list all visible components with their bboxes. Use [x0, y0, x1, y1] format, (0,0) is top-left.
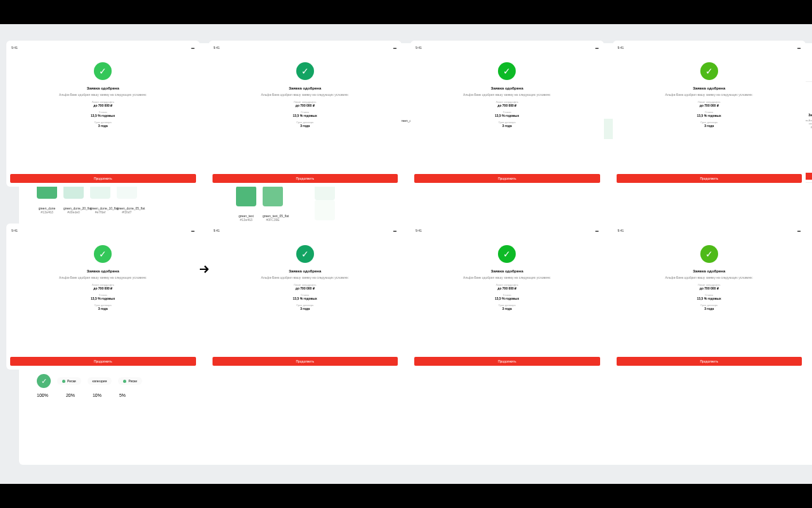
signal-icon: ▬	[192, 229, 195, 232]
continue-button[interactable]: Продолжить	[414, 174, 600, 183]
phone-mockup: 9:41▬ ✓ Заявка одобрена Альфа-Банк одобр…	[209, 41, 402, 187]
check-circle-icon: ✓	[498, 245, 516, 263]
continue-button[interactable]: Продолжить	[617, 357, 802, 366]
check-circle-icon: ✓	[700, 245, 718, 263]
phone-mockup: 9:41▬ ✓ Заявка одобрена Альфа-Банк одобр…	[410, 41, 604, 187]
check-circle-icon: ✓	[94, 62, 112, 80]
check-circle-icon: ✓	[700, 62, 718, 80]
check-circle-icon: ✓	[296, 62, 314, 80]
check-circle-icon: ✓	[94, 245, 112, 263]
pill: Риски	[57, 377, 81, 385]
signal-icon: ▬	[797, 46, 801, 50]
phone-mockup: 9:41▬ ✓ Заявка одобрена Альфа-Банк одобр…	[209, 224, 402, 370]
pill: категория	[88, 377, 112, 385]
swatch	[263, 186, 283, 206]
check-circle-icon: ✓	[37, 374, 51, 388]
phone-mockup: 9:41▬ ✓ Заявка одобрена Альфа-Банк одобр…	[6, 41, 200, 187]
phone-mockup: 9:41▬ ✓ Заявка одобрена Альфа-Банк одобр…	[6, 224, 200, 370]
continue-button[interactable]: Продолжить	[414, 357, 600, 366]
signal-icon: ▬	[393, 46, 396, 50]
signal-icon: ▬	[596, 229, 599, 232]
continue-button[interactable]: Продолжить	[213, 357, 398, 366]
continue-button[interactable]: Продолжить	[10, 357, 196, 366]
continue-button[interactable]: Продолжить	[617, 174, 802, 183]
check-circle-icon: ✓	[296, 245, 314, 263]
continue-button[interactable]: Продолжить	[10, 174, 196, 183]
check-circle-icon: ✓	[498, 62, 516, 80]
swatch	[236, 186, 256, 206]
phone-mockup: 9:41▬ ✓ Заявка одобрена Альфа-Банк одобр…	[613, 41, 806, 187]
phone-mockup: 9:41▬ ✓ Заявка одобрена Альфа-Банк одобр…	[613, 224, 806, 370]
signal-icon: ▬	[596, 46, 599, 50]
signal-icon: ▬	[393, 229, 396, 232]
pill: Риски	[118, 377, 142, 385]
continue-button[interactable]: Продолжить	[213, 174, 398, 183]
signal-icon: ▬	[192, 46, 195, 50]
phone-mockup: 9:41▬ ✓ Заявка одобрена Альфа-Банк одобр…	[410, 224, 604, 370]
signal-icon: ▬	[797, 229, 801, 232]
swatch	[315, 200, 335, 220]
